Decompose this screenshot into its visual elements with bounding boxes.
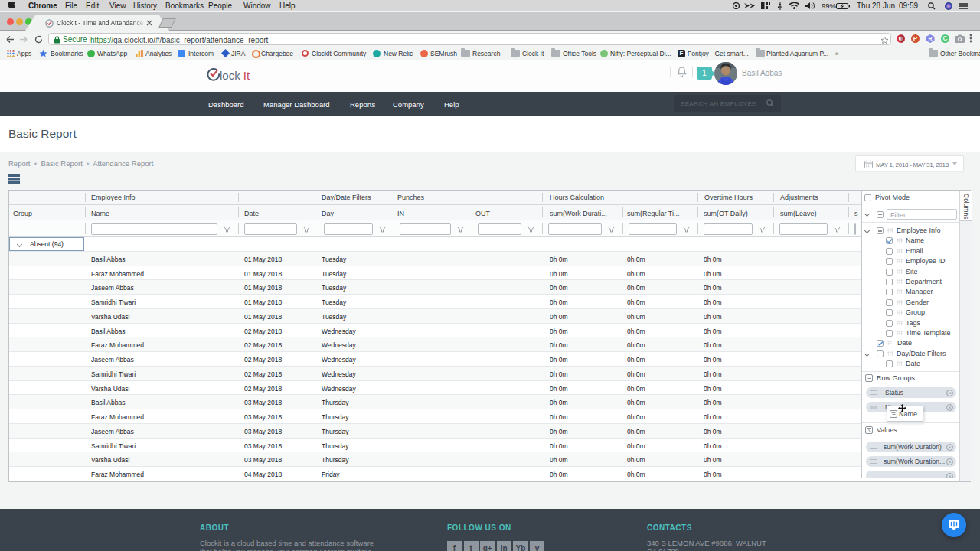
svg-text:R: R	[928, 36, 932, 41]
